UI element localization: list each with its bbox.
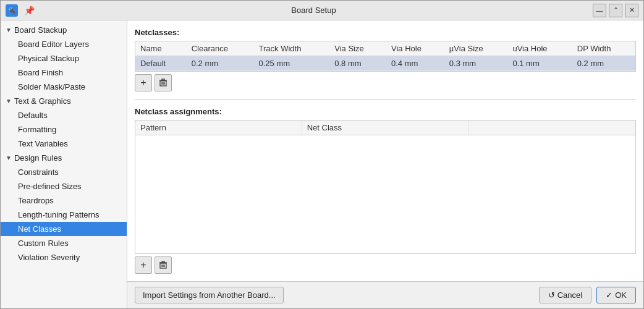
cell-uvia-size: 0.3 mm [444, 56, 508, 71]
col-uvia-hole: uVia Hole [507, 41, 572, 56]
col-via-hole: Via Hole [386, 41, 444, 56]
sidebar-item-violation-severity[interactable]: Violation Severity [1, 250, 127, 265]
chevron-down-icon: ▼ [6, 98, 12, 104]
ok-button[interactable]: ✓ OK [596, 287, 636, 303]
maximize-button[interactable]: ⌃ [609, 4, 622, 17]
col-track-width: Track Width [254, 41, 330, 56]
board-setup-window: 🔌 📌 Board Setup — ⌃ ✕ ▼ Board Stackup Bo… [0, 0, 644, 309]
cell-clearance: 0.2 mm [187, 56, 254, 71]
main-inner: Netclasses: Name Clearance Track Width V… [127, 20, 643, 281]
netclass-assignments-section: Netclass assignments: Pattern Net Class … [135, 107, 636, 274]
netclasses-toolbar: + [135, 74, 636, 91]
sidebar-group-text-graphics: ▼ Text & Graphics Defaults Formatting Te… [1, 94, 127, 151]
cell-dp-width: 0.2 mm [572, 56, 635, 71]
table-row[interactable]: Default 0.2 mm 0.25 mm 0.8 mm 0.4 mm 0.3… [135, 56, 635, 71]
add-assignment-button[interactable]: + [135, 256, 152, 274]
sidebar-group-design-rules: ▼ Design Rules Constraints Pre-defined S… [1, 151, 127, 265]
svg-rect-8 [162, 261, 164, 263]
col-dp-width: DP Width [572, 41, 635, 56]
ok-label: OK [615, 290, 627, 300]
sidebar-item-formatting[interactable]: Formatting [1, 122, 127, 137]
sidebar-item-text-variables[interactable]: Text Variables [1, 137, 127, 151]
app-icon: 🔌 [6, 4, 18, 17]
delete-netclass-button[interactable] [155, 74, 172, 91]
col-clearance: Clearance [187, 41, 254, 56]
sidebar-item-board-finish[interactable]: Board Finish [1, 66, 127, 80]
pin-icon: 📌 [24, 6, 35, 15]
sidebar: ▼ Board Stackup Board Editor Layers Phys… [1, 20, 127, 308]
assign-col-netclass: Net Class [302, 121, 469, 135]
sidebar-group-header-design-rules[interactable]: ▼ Design Rules [1, 151, 127, 165]
netclasses-section: Netclasses: Name Clearance Track Width V… [135, 28, 636, 91]
assignments-table-container: Pattern Net Class [135, 120, 636, 254]
svg-rect-2 [162, 79, 164, 80]
sidebar-group-label-board-stackup: Board Stackup [14, 25, 67, 35]
window-title: Board Setup [35, 6, 593, 15]
sidebar-item-physical-stackup[interactable]: Physical Stackup [1, 51, 127, 66]
col-uvia-size: µVia Size [444, 41, 508, 56]
assign-col-empty [468, 121, 635, 135]
cancel-icon: ↺ [548, 290, 555, 300]
title-bar: 🔌 📌 Board Setup — ⌃ ✕ [1, 1, 643, 20]
close-button[interactable]: ✕ [625, 4, 638, 17]
sidebar-item-custom-rules[interactable]: Custom Rules [1, 236, 127, 250]
netclasses-thead: Name Clearance Track Width Via Size Via … [135, 41, 635, 56]
main-content: Netclasses: Name Clearance Track Width V… [127, 20, 643, 308]
trash-icon [159, 78, 167, 87]
trash-icon [159, 261, 167, 269]
import-settings-button[interactable]: Import Settings from Another Board... [135, 287, 284, 303]
sidebar-item-pre-defined-sizes[interactable]: Pre-defined Sizes [1, 179, 127, 193]
sidebar-item-board-editor-layers[interactable]: Board Editor Layers [1, 37, 127, 51]
sidebar-item-teardrops[interactable]: Teardrops [1, 193, 127, 208]
netclass-assignments-label: Netclass assignments: [135, 107, 636, 116]
cell-track-width: 0.25 mm [254, 56, 330, 71]
cancel-button[interactable]: ↺ Cancel [539, 287, 591, 303]
sidebar-group-header-board-stackup[interactable]: ▼ Board Stackup [1, 23, 127, 37]
netclasses-table: Name Clearance Track Width Via Size Via … [135, 41, 635, 71]
sidebar-group-label-text-graphics: Text & Graphics [14, 96, 71, 106]
assignments-table-body [135, 135, 635, 185]
cancel-label: Cancel [557, 290, 582, 300]
content-area: ▼ Board Stackup Board Editor Layers Phys… [1, 20, 643, 308]
delete-assignment-button[interactable] [155, 256, 172, 274]
minimize-button[interactable]: — [593, 4, 606, 17]
netclasses-tbody: Default 0.2 mm 0.25 mm 0.8 mm 0.4 mm 0.3… [135, 56, 635, 71]
cell-uvia-hole: 0.1 mm [507, 56, 572, 71]
title-bar-controls: — ⌃ ✕ [593, 4, 638, 17]
sidebar-group-board-stackup: ▼ Board Stackup Board Editor Layers Phys… [1, 23, 127, 94]
sidebar-item-solder-mask-paste[interactable]: Solder Mask/Paste [1, 80, 127, 94]
col-name: Name [135, 41, 187, 56]
divider [135, 99, 636, 99]
sidebar-item-length-tuning-patterns[interactable]: Length-tuning Patterns [1, 208, 127, 222]
col-via-size: Via Size [329, 41, 386, 56]
add-netclass-button[interactable]: + [135, 74, 152, 91]
bottom-bar: Import Settings from Another Board... ↺ … [127, 281, 643, 308]
title-bar-left: 🔌 📌 [6, 4, 35, 17]
assign-col-pattern: Pattern [135, 121, 302, 135]
cell-via-hole: 0.4 mm [386, 56, 444, 71]
assignments-toolbar: + [135, 256, 636, 274]
cell-name: Default [135, 56, 187, 71]
dialog-buttons: ↺ Cancel ✓ OK [539, 287, 636, 303]
netclasses-header-row: Name Clearance Track Width Via Size Via … [135, 41, 635, 56]
netclasses-table-container: Name Clearance Track Width Via Size Via … [135, 41, 636, 72]
sidebar-group-label-design-rules: Design Rules [14, 153, 62, 163]
sidebar-item-defaults[interactable]: Defaults [1, 108, 127, 122]
chevron-down-icon: ▼ [6, 154, 12, 161]
chevron-down-icon: ▼ [6, 27, 12, 33]
netclasses-label: Netclasses: [135, 28, 636, 37]
ok-icon: ✓ [606, 290, 612, 300]
sidebar-group-header-text-graphics[interactable]: ▼ Text & Graphics [1, 94, 127, 108]
sidebar-item-constraints[interactable]: Constraints [1, 165, 127, 179]
assignments-table-header: Pattern Net Class [135, 121, 635, 135]
cell-via-size: 0.8 mm [329, 56, 386, 71]
sidebar-item-net-classes[interactable]: Net Classes [1, 222, 127, 236]
